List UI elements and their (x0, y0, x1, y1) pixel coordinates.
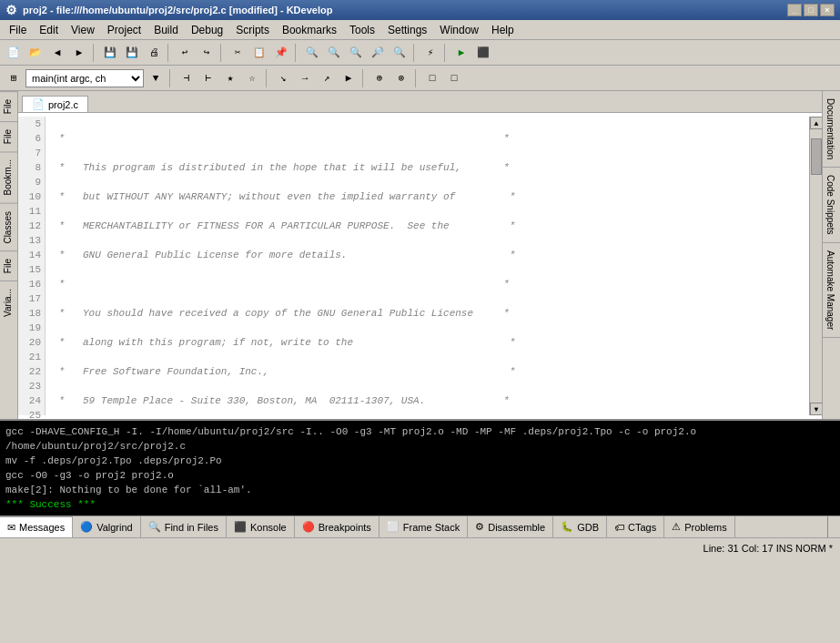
menu-help[interactable]: Help (486, 22, 520, 38)
valgrind-label: Valgrind (96, 522, 133, 533)
ln: 11 (22, 204, 41, 219)
sep8 (266, 69, 269, 87)
tb2-extra1[interactable]: ⊕ (369, 68, 390, 88)
find-next-button[interactable]: 🔍 (346, 43, 366, 63)
step-into-button[interactable]: ↘ (273, 68, 293, 88)
scroll-thumb[interactable] (811, 138, 822, 175)
editor-scrollbar[interactable]: ▲ ▼ (809, 117, 822, 415)
cut-button[interactable]: ✂ (228, 43, 248, 63)
ctags-icon: 🏷 (614, 522, 624, 533)
sidebar-item-variables[interactable]: Varia... (0, 281, 17, 324)
combo-arrow[interactable]: ▼ (146, 68, 166, 88)
bottom-scrollbar[interactable] (827, 516, 840, 537)
tb2-extra2[interactable]: ⊗ (391, 68, 411, 88)
back-button[interactable]: ◀ (47, 43, 67, 63)
save-as-button[interactable]: 💾 (122, 43, 142, 63)
menu-bookmarks[interactable]: Bookmarks (277, 22, 342, 38)
bottom-tab-gdb[interactable]: 🐛 GDB (553, 516, 607, 537)
zoom-in-button[interactable]: 🔎 (368, 43, 388, 63)
sep3 (220, 44, 224, 62)
stop-button[interactable]: ⬛ (473, 43, 493, 63)
sidebar-item-file2[interactable]: File (0, 121, 17, 151)
sidebar-item-bookmarks[interactable]: Bookm... (0, 151, 17, 202)
maximize-button[interactable]: □ (804, 4, 818, 16)
menu-tools[interactable]: Tools (344, 22, 380, 38)
titlebar-controls[interactable]: _ □ × (787, 4, 835, 16)
menu-view[interactable]: View (66, 22, 100, 38)
menu-edit[interactable]: Edit (34, 22, 64, 38)
bottom-tab-framestack[interactable]: ⬜ Frame Stack (380, 516, 468, 537)
forward-button[interactable]: ▶ (69, 43, 89, 63)
bottom-tab-konsole[interactable]: ⬛ Konsole (227, 516, 295, 537)
toggle-bm-button[interactable]: ★ (220, 68, 240, 88)
sidebar-item-file3[interactable]: File (0, 250, 17, 281)
code-content[interactable]: * * * This program is distributed in the… (46, 117, 809, 415)
scroll-up-button[interactable]: ▲ (810, 117, 822, 129)
grep-button[interactable]: ⚡ (420, 43, 440, 63)
menu-build[interactable]: Build (148, 22, 184, 38)
close-button[interactable]: × (820, 4, 835, 16)
output-line-5: *** Success *** (5, 497, 835, 512)
find-label: Find in Files (165, 522, 218, 533)
save-button[interactable]: 💾 (100, 43, 120, 63)
menu-file[interactable]: File (4, 22, 32, 38)
clear-bm-button[interactable]: ☆ (242, 68, 262, 88)
tab-proj2c[interactable]: 📄 proj2.c (22, 96, 88, 112)
sep5 (413, 44, 417, 62)
open-button[interactable]: 📂 (25, 43, 46, 63)
copy-button[interactable]: 📋 (249, 43, 269, 63)
step-over-button[interactable]: → (295, 68, 315, 88)
menu-project[interactable]: Project (102, 22, 147, 38)
run-button[interactable]: ▶ (339, 68, 359, 88)
bottom-tab-find[interactable]: 🔍 Find in Files (141, 516, 227, 537)
ln: 12 (22, 219, 41, 233)
undo-button[interactable]: ↩ (175, 43, 195, 63)
output-line-2: mv -f .deps/proj2.Tpo .deps/proj2.Po (5, 454, 835, 468)
sidebar-item-classes[interactable]: Classes (0, 203, 17, 251)
menu-window[interactable]: Window (434, 22, 484, 38)
menu-debug[interactable]: Debug (186, 22, 228, 38)
ln: 22 (22, 364, 41, 379)
redo-button[interactable]: ↪ (197, 43, 217, 63)
new-button[interactable]: 📄 (4, 43, 24, 63)
bm-prev-button[interactable]: ⊣ (177, 68, 197, 88)
bottom-tab-disassemble[interactable]: ⚙ Disassemble (468, 516, 553, 537)
sidebar-item-documentation[interactable]: Documentation (823, 91, 840, 168)
zoom-out-button[interactable]: 🔍 (390, 43, 410, 63)
tb2-btn1[interactable]: ⊞ (4, 68, 24, 88)
sidebar-item-code-snippets[interactable]: Code Snippets (823, 168, 840, 243)
ln: 10 (22, 189, 41, 204)
ln: 19 (22, 321, 41, 335)
step-out-button[interactable]: ↗ (317, 68, 337, 88)
bottom-tab-valgrind[interactable]: 🔵 Valgrind (73, 516, 141, 537)
find-prev-button[interactable]: 🔍 (324, 43, 344, 63)
bottom-tab-ctags[interactable]: 🏷 CTags (607, 516, 664, 537)
bottom-tab-messages[interactable]: ✉ Messages (0, 516, 73, 537)
sidebar-item-automake[interactable]: Automake Manager (823, 243, 840, 338)
bottom-panel: gcc -DHAVE_CONFIG_H -I. -I/home/ubuntu/p… (0, 419, 840, 537)
paste-button[interactable]: 📌 (271, 43, 291, 63)
sidebar-item-file1[interactable]: File (0, 91, 17, 121)
bottom-tab-breakpoints[interactable]: 🔴 Breakpoints (295, 516, 380, 537)
toolbar1: 📄 📂 ◀ ▶ 💾 💾 🖨 ↩ ↪ ✂ 📋 📌 🔍 🔍 🔍 🔎 🔍 ⚡ ▶ ⬛ (0, 40, 840, 66)
output-line-1: gcc -DHAVE_CONFIG_H -I. -I/home/ubuntu/p… (5, 424, 835, 454)
bottom-tab-problems[interactable]: ⚠ Problems (664, 516, 734, 537)
tb2-extra4[interactable]: □ (444, 68, 464, 88)
minimize-button[interactable]: _ (787, 4, 802, 16)
menu-settings[interactable]: Settings (382, 22, 432, 38)
sep6 (444, 44, 448, 62)
messages-icon: ✉ (7, 522, 15, 534)
ln: 24 (22, 393, 41, 408)
print-button[interactable]: 🖨 (144, 43, 164, 63)
breakpoints-icon: 🔴 (302, 521, 315, 533)
konsole-icon: ⬛ (234, 521, 247, 533)
bm-next-button[interactable]: ⊢ (198, 68, 218, 88)
find-button[interactable]: 🔍 (302, 43, 322, 63)
ln: 13 (22, 233, 41, 248)
scroll-down-button[interactable]: ▼ (810, 403, 822, 415)
scroll-track[interactable] (810, 129, 822, 403)
tb2-extra3[interactable]: □ (422, 68, 442, 88)
menu-scripts[interactable]: Scripts (230, 22, 275, 38)
function-combo[interactable]: main(int argc, ch (25, 69, 144, 87)
build-button[interactable]: ▶ (451, 43, 471, 63)
